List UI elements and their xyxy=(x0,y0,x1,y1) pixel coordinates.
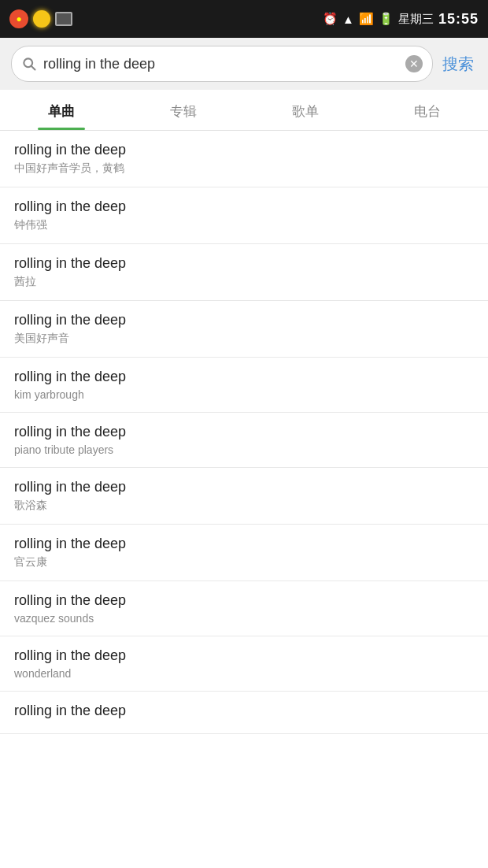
song-title: rolling in the deep xyxy=(14,479,474,495)
song-artist: 美国好声音 xyxy=(14,332,474,346)
tab-playlists[interactable]: 歌单 xyxy=(244,90,366,130)
song-title: rolling in the deep xyxy=(14,647,474,664)
gallery-icon xyxy=(55,12,72,26)
search-bar: ✕ 搜索 xyxy=(0,38,488,90)
song-title: rolling in the deep xyxy=(14,703,474,719)
list-item[interactable]: rolling in the deep钟伟强 xyxy=(0,187,488,244)
song-title: rolling in the deep xyxy=(14,424,474,440)
list-item[interactable]: rolling in the deep歌浴森 xyxy=(0,468,488,525)
song-artist: piano tribute players xyxy=(14,443,474,456)
song-artist: kim yarbrough xyxy=(14,388,474,401)
list-item[interactable]: rolling in the deep美国好声音 xyxy=(0,301,488,358)
tab-albums[interactable]: 专辑 xyxy=(122,90,244,130)
song-title: rolling in the deep xyxy=(14,592,474,609)
song-title: rolling in the deep xyxy=(14,536,474,552)
list-item[interactable]: rolling in the deep官云康 xyxy=(0,525,488,581)
weather-icon xyxy=(33,10,50,28)
wifi-icon: ▲ xyxy=(342,13,354,26)
song-artist: 歌浴森 xyxy=(14,499,474,513)
song-artist: wonderland xyxy=(14,667,474,680)
song-artist: 钟伟强 xyxy=(14,218,474,232)
svg-line-1 xyxy=(31,66,35,70)
list-item[interactable]: rolling in the deepkim yarbrough xyxy=(0,358,488,413)
list-item[interactable]: rolling in the deeppiano tribute players xyxy=(0,413,488,468)
tab-bar: 单曲 专辑 歌单 电台 xyxy=(0,90,488,131)
song-artist: 中国好声音学员，黄鹤 xyxy=(14,161,474,176)
list-item[interactable]: rolling in the deep xyxy=(0,692,488,734)
list-item[interactable]: rolling in the deep茜拉 xyxy=(0,244,488,301)
song-title: rolling in the deep xyxy=(14,255,474,272)
clear-icon[interactable]: ✕ xyxy=(405,55,423,72)
tab-radio[interactable]: 电台 xyxy=(366,90,488,130)
list-item[interactable]: rolling in the deepwonderland xyxy=(0,636,488,692)
song-list: rolling in the deep中国好声音学员，黄鹤rolling in … xyxy=(0,131,488,863)
song-title: rolling in the deep xyxy=(14,142,474,158)
date-text: 星期三 xyxy=(398,12,434,27)
battery-icon: 🔋 xyxy=(379,12,394,26)
status-bar-left: ● xyxy=(9,9,72,28)
app-icon-1: ● xyxy=(9,9,28,28)
time-text: 15:55 xyxy=(438,11,479,28)
song-artist: 官云康 xyxy=(14,555,474,569)
list-item[interactable]: rolling in the deep中国好声音学员，黄鹤 xyxy=(0,131,488,187)
search-icon xyxy=(21,56,37,72)
list-item[interactable]: rolling in the deepvazquez sounds xyxy=(0,581,488,636)
status-bar-right: ⏰ ▲ 📶 🔋 星期三 15:55 xyxy=(323,11,479,28)
song-artist: 茜拉 xyxy=(14,275,474,289)
alarm-icon: ⏰ xyxy=(323,12,338,26)
song-artist: vazquez sounds xyxy=(14,612,474,625)
search-input-wrap[interactable]: ✕ xyxy=(11,46,433,82)
status-bar: ● ⏰ ▲ 📶 🔋 星期三 15:55 xyxy=(0,0,488,38)
search-button[interactable]: 搜索 xyxy=(439,54,477,75)
signal-icon: 📶 xyxy=(359,12,374,26)
song-title: rolling in the deep xyxy=(14,198,474,215)
song-title: rolling in the deep xyxy=(14,312,474,328)
search-input[interactable] xyxy=(43,56,405,72)
tab-songs[interactable]: 单曲 xyxy=(0,90,122,130)
song-title: rolling in the deep xyxy=(14,369,474,385)
